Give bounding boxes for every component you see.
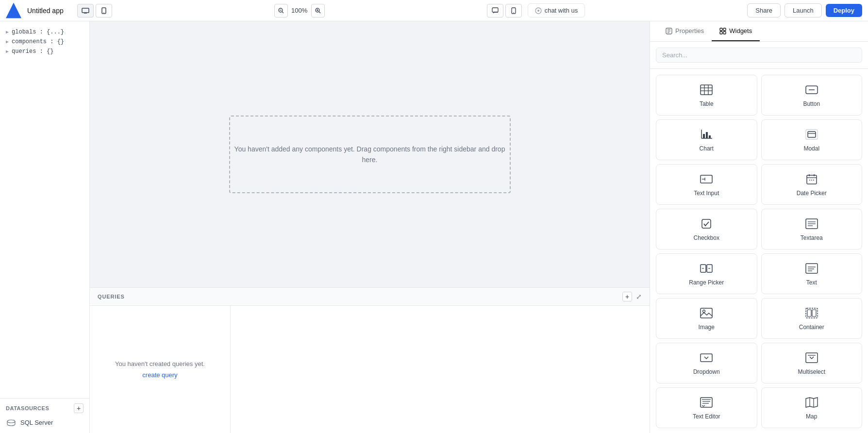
queries-header: QUERIES + ⤢ (90, 288, 650, 306)
add-datasource-button[interactable]: + (74, 403, 83, 413)
widget-textarea-label: Textarea (801, 234, 823, 241)
svg-marker-77 (806, 398, 818, 407)
properties-icon (666, 28, 672, 34)
datasources-header: DATASOURCES + (6, 403, 83, 413)
checkbox-icon (700, 217, 713, 231)
zoom-in-btn[interactable] (311, 4, 325, 17)
svg-rect-37 (706, 132, 708, 138)
widget-date-picker[interactable]: Date Picker (761, 164, 863, 205)
svg-point-50 (811, 180, 812, 181)
queries-list: You haven't created queries yet. create … (90, 306, 231, 433)
container-icon (805, 306, 818, 320)
widget-button[interactable]: Button (761, 75, 863, 116)
canvas: You haven't added any components yet. Dr… (90, 21, 650, 433)
app-logo (6, 3, 21, 18)
zoom-out-btn[interactable] (274, 4, 288, 17)
widget-text[interactable]: Text (761, 253, 863, 294)
tab-widgets[interactable]: Widgets (712, 21, 760, 41)
svg-rect-0 (82, 8, 89, 13)
widget-range-picker-label: Range Picker (689, 279, 724, 286)
widget-search-input[interactable] (656, 48, 862, 63)
date-picker-icon (805, 172, 818, 186)
add-query-button[interactable]: + (622, 292, 632, 301)
widget-dropdown-label: Dropdown (693, 368, 720, 375)
textarea-icon (805, 217, 818, 231)
comment-view-btn[interactable] (487, 4, 503, 17)
svg-rect-26 (723, 32, 726, 34)
datasources-label: DATASOURCES (6, 405, 49, 411)
svg-rect-23 (720, 28, 722, 31)
sql-server-icon (6, 419, 17, 426)
widget-text-editor-label: Text Editor (693, 413, 720, 420)
tree-item-globals[interactable]: ▶ globals : {...} (6, 27, 83, 37)
dropdown-icon (700, 351, 713, 365)
datasource-label-sqlserver: SQL Server (20, 419, 53, 426)
mobile-view-btn[interactable] (96, 4, 112, 17)
widgets-grid: Table Button (650, 69, 868, 433)
modal-icon (805, 128, 818, 141)
widget-modal-label: Modal (803, 145, 819, 152)
svg-rect-38 (709, 135, 711, 138)
share-button[interactable]: Share (747, 3, 781, 17)
widget-map[interactable]: Map (761, 387, 863, 428)
widget-container-label: Container (799, 324, 824, 331)
widget-modal[interactable]: Modal (761, 119, 863, 160)
canvas-area[interactable]: You haven't added any components yet. Dr… (90, 21, 650, 287)
map-icon (805, 396, 818, 409)
view-toggle (77, 4, 112, 17)
main-layout: ▶ globals : {...} ▶ components : {} ▶ qu… (0, 0, 868, 433)
svg-rect-25 (720, 32, 722, 34)
topbar: Untitled app 100% (0, 0, 868, 21)
widget-range-picker[interactable]: Range Picker (656, 253, 757, 294)
svg-point-14 (513, 12, 514, 13)
svg-rect-61 (806, 264, 818, 273)
widget-image[interactable]: Image (656, 298, 757, 339)
zoom-controls: 100% (274, 4, 325, 17)
text-editor-icon (700, 396, 713, 409)
launch-button[interactable]: Launch (785, 3, 822, 17)
mobile-preview-btn[interactable] (505, 4, 522, 17)
svg-point-16 (537, 10, 539, 12)
right-sidebar: Properties Widgets (650, 21, 868, 433)
widget-text-label: Text (806, 279, 817, 286)
deploy-button[interactable]: Deploy (826, 4, 862, 17)
svg-rect-68 (807, 310, 811, 316)
widget-text-editor[interactable]: Text Editor (656, 387, 757, 428)
widget-dropdown[interactable]: Dropdown (656, 343, 757, 383)
drop-zone[interactable]: You haven't added any components yet. Dr… (229, 116, 511, 193)
desktop-view-btn[interactable] (77, 4, 94, 17)
text-icon (805, 262, 818, 275)
widget-textarea[interactable]: Textarea (761, 209, 863, 250)
widget-table[interactable]: Table (656, 75, 757, 116)
search-container (650, 42, 868, 69)
expand-queries-icon[interactable]: ⤢ (636, 293, 642, 300)
svg-point-4 (103, 12, 104, 13)
widget-text-input[interactable]: Text Input (656, 164, 757, 205)
topbar-actions: Share Launch Deploy (747, 3, 862, 17)
widget-container[interactable]: Container (761, 298, 863, 339)
left-sidebar: ▶ globals : {...} ▶ components : {} ▶ qu… (0, 21, 90, 433)
tab-properties[interactable]: Properties (658, 21, 712, 41)
widgets-icon (719, 28, 726, 34)
widget-chart-label: Chart (700, 145, 714, 152)
widget-checkbox[interactable]: Checkbox (656, 209, 757, 250)
range-picker-icon (700, 262, 713, 275)
widget-multiselect[interactable]: Multiselect (761, 343, 863, 383)
svg-rect-70 (701, 354, 712, 362)
svg-rect-40 (808, 132, 816, 137)
preview-toggle (487, 4, 522, 17)
widget-date-picker-label: Date Picker (797, 190, 827, 197)
queries-actions: + ⤢ (622, 292, 642, 301)
datasource-item-sqlserver[interactable]: SQL Server (6, 417, 83, 428)
tree-item-queries[interactable]: ▶ queries : {} (6, 47, 83, 56)
widget-text-input-label: Text Input (694, 190, 719, 197)
create-query-link[interactable]: create query (142, 371, 177, 379)
tree-arrow-globals: ▶ (6, 29, 9, 35)
widget-chart[interactable]: Chart (656, 119, 757, 160)
tree-item-components[interactable]: ▶ components : {} (6, 37, 83, 47)
multiselect-icon (805, 351, 818, 365)
svg-point-49 (809, 180, 810, 181)
chat-button[interactable]: chat with us (528, 3, 585, 17)
svg-rect-27 (701, 85, 712, 95)
queries-editor (231, 306, 650, 433)
